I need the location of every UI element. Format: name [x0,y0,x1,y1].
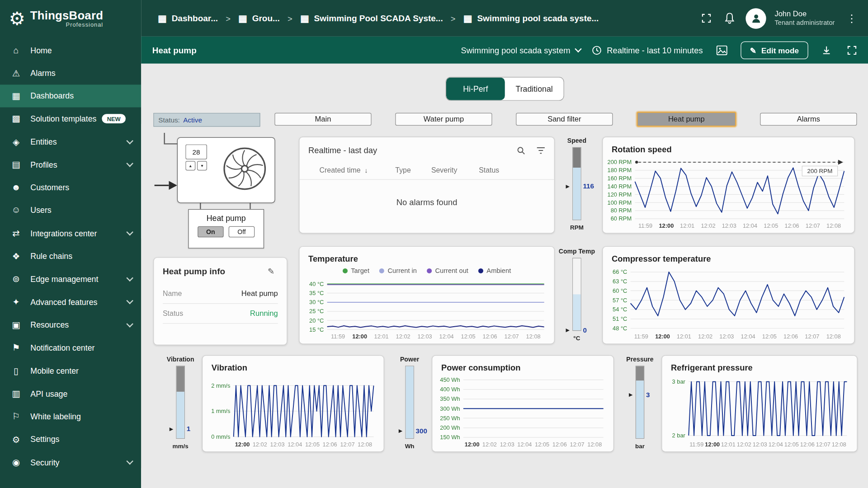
svg-text:12:05: 12:05 [784,441,799,448]
legend-label: Target [351,267,369,274]
sidebar-item-rule-chains[interactable]: ❖Rule chains [0,245,141,268]
dashboard-header: Heat pump Swimming pool scada system Rea… [141,37,868,64]
svg-text:12:01: 12:01 [721,441,736,448]
thingsboard-logo-icon: ⚙ [9,9,25,27]
svg-text:120 RPM: 120 RPM [608,191,632,198]
legend-item[interactable]: Target [343,267,369,274]
fullscreen-button[interactable] [699,11,714,25]
column-type[interactable]: Type [395,166,431,174]
svg-text:200 RPM: 200 RPM [608,159,632,165]
avatar[interactable] [746,8,766,28]
svg-text:12:08: 12:08 [826,333,841,340]
svg-text:12:02: 12:02 [698,333,712,340]
state-button-alarms[interactable]: Alarms [760,113,857,126]
notifications-button[interactable] [722,10,737,27]
sidebar-item-api-usage[interactable]: ▥API usage [0,382,141,405]
sidebar-item-integrations-center[interactable]: ⇄Integrations center [0,222,141,245]
sidebar-item-resources[interactable]: ▣Resources [0,314,141,337]
sidebar-item-security[interactable]: ◉Security [0,451,141,474]
breadcrumb-item[interactable]: ▦Dashboar... [158,13,218,24]
gauge-track: ▶300 [405,366,414,439]
state-button-sand-filter[interactable]: Sand filter [516,113,613,126]
sidebar-item-white-labeling[interactable]: ⚐White labeling [0,405,141,428]
alarms-title: Realtime - last day [308,145,377,155]
status-field[interactable]: Status: Active [153,113,260,127]
setpoint-value[interactable]: 28 [185,145,207,160]
sidebar-item-entities[interactable]: ◈Entities [0,130,141,153]
page-title: Heat pump [152,45,197,55]
sidebar-item-settings[interactable]: ⚙Settings [0,428,141,451]
svg-text:11:59: 11:59 [331,333,345,340]
gauge-zone-lower [573,168,580,220]
legend-dot [343,268,348,273]
integrations-icon: ⇄ [10,228,22,239]
breadcrumb-item[interactable]: ▦Swimming Pool SCADA Syste... [300,13,443,24]
sidebar-item-advanced-features[interactable]: ✦Advanced features [0,291,141,314]
off-button[interactable]: Off [229,226,255,237]
sidebar-item-edge-management[interactable]: ⊚Edge management [0,268,141,291]
pencil-icon: ✎ [750,46,756,55]
time-window-button[interactable]: Realtime - last 10 minutes [592,45,703,55]
sidebar-item-mobile-center[interactable]: ▯Mobile center [0,359,141,382]
sidebar-item-alarms[interactable]: ⚠Alarms [0,61,141,84]
edit-info-button[interactable]: ✎ [264,266,278,277]
sidebar-item-users[interactable]: ☺Users [0,199,141,222]
more-menu-button[interactable]: ⋮ [843,11,860,25]
edit-mode-button[interactable]: ✎ Edit mode [741,41,808,59]
breadcrumb-item[interactable]: ▦Grou... [238,13,280,24]
svg-text:12:03: 12:03 [418,333,432,340]
svg-text:300 Wh: 300 Wh [440,405,460,412]
search-button[interactable] [516,146,525,155]
tab-traditional[interactable]: Traditional [505,77,564,100]
screenshot-button[interactable] [714,43,729,57]
tab-hi-perf[interactable]: Hi-Perf [446,77,505,100]
svg-text:12:03: 12:03 [270,441,285,448]
sidebar-item-solution-templates[interactable]: ▩Solution templatesNEW [0,108,141,131]
download-button[interactable] [819,43,834,57]
column-severity[interactable]: Severity [431,166,479,174]
column-created-time[interactable]: Created time↓ [320,166,396,174]
dashboard-fullscreen-button[interactable] [845,43,859,57]
chevron-down-icon [126,137,133,145]
svg-text:2 mm/s: 2 mm/s [211,382,230,389]
sidebar-item-customers[interactable]: ☻Customers [0,176,141,199]
legend-dot [478,268,483,273]
sidebar-item-profiles[interactable]: ▤Profiles [0,153,141,176]
refrigerant-pressure-card: Refrigerant pressure 3 bar2 bar11:5912:0… [661,355,857,452]
sidebar-item-home[interactable]: ⌂Home [0,39,141,62]
comp-temp-gauge: Comp Temp▶0°C [557,248,596,342]
time-window-label: Realtime - last 10 minutes [607,45,703,55]
on-button[interactable]: On [198,226,224,237]
state-button-water-pump[interactable]: Water pump [395,113,492,126]
speed-gauge: Speed▶116RPM [557,137,596,231]
svg-text:30 °C: 30 °C [309,299,324,305]
legend-item[interactable]: Current in [379,267,417,274]
fan-icon [220,145,269,193]
sidebar-item-dashboards[interactable]: ▦Dashboards [0,84,141,108]
state-button-heat-pump[interactable]: Heat pump [637,112,736,127]
status-value: Active [183,116,202,124]
breadcrumb-item[interactable]: ▦Swimming pool scada syste... [463,13,599,24]
dashboard-state-select[interactable]: Swimming pool scada system [461,45,581,55]
sidebar-item-notification-center[interactable]: ⚑Notification center [0,337,141,360]
column-status[interactable]: Status [479,166,545,174]
setpoint-down-button[interactable]: ▼ [197,161,207,170]
thingsboard-logo[interactable]: ⚙ ThingsBoard Professional [0,0,141,37]
state-button-main[interactable]: Main [274,113,371,126]
svg-text:35 °C: 35 °C [309,290,324,296]
svg-text:12:01: 12:01 [677,333,691,340]
filter-button[interactable] [537,146,546,154]
legend-item[interactable]: Current out [427,267,468,274]
gauge-unit: mm/s [173,443,189,450]
gauge-unit: bar [635,443,645,450]
entities-icon: ◈ [10,136,22,147]
svg-text:12:02: 12:02 [701,222,715,229]
topbar: ▦Dashboar...>▦Grou...>▦Swimming Pool SCA… [141,0,868,37]
setpoint-up-button[interactable]: ▲ [185,161,195,170]
svg-text:12:00: 12:00 [705,441,720,448]
svg-text:12:08: 12:08 [526,333,541,340]
svg-text:60 °C: 60 °C [613,287,627,294]
svg-text:12:07: 12:07 [340,441,354,448]
breadcrumb-separator: > [288,14,292,23]
legend-item[interactable]: Ambient [478,267,511,274]
